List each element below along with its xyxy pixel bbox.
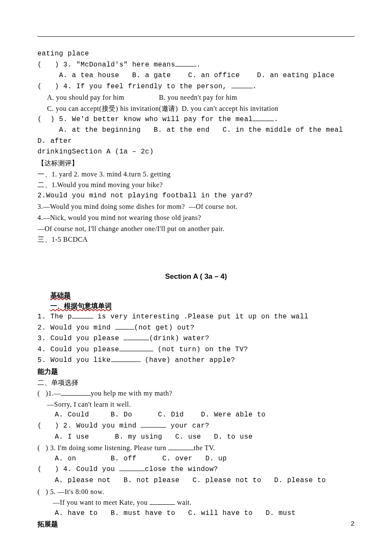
ans-7: 三、1-5 BCDCA xyxy=(37,234,355,245)
q3-text: ( ) 3. "McDonald's" here means xyxy=(37,61,175,69)
section-a-title: Section A ( 3a – 4) xyxy=(37,271,355,282)
fill-title: 一、根据句意填单词 xyxy=(50,301,355,312)
fill-2: 2. Would you mind (not get) out? xyxy=(37,323,355,334)
q5-cont: drinkingSection A (1a – 2c) xyxy=(37,147,355,158)
q4-ab: A. you should pay for him B. you needn't… xyxy=(37,92,355,103)
top-rule xyxy=(37,36,355,37)
mc-q1-opts: A. Could B. Do C. Did D. Were able to xyxy=(37,410,355,421)
f1a: 1. The p xyxy=(37,313,72,321)
mq2-blank[interactable] xyxy=(141,427,166,428)
mq5-blank[interactable] xyxy=(150,504,175,505)
base-title: 基础题 xyxy=(50,290,355,301)
q5: ( ) 5. We'd better know who will pay for… xyxy=(37,114,355,125)
mc-q5-l2: —If you want to meet Kate, you wait. xyxy=(37,497,355,508)
page-number: 2 xyxy=(351,519,355,529)
mq1a: ( )1.— xyxy=(37,390,61,397)
f4-blank[interactable] xyxy=(119,351,153,351)
f2a: 2. Would you mind xyxy=(37,324,115,332)
f3a: 3. Could you please xyxy=(37,335,124,342)
mc-title: 二、单项选择 xyxy=(37,377,355,388)
mc-q4-opts: A. please not B. not please C. please no… xyxy=(37,475,355,486)
answer-title: 【达标测评】 xyxy=(37,158,355,169)
ans-5: 4.—Nick, would you mind not wearing thos… xyxy=(37,212,355,223)
f1b: is very interesting .Please put it up on… xyxy=(93,313,308,321)
q4-text: ( ) 4. If you feel friendly to the perso… xyxy=(37,83,231,90)
q4: ( ) 4. If you feel friendly to the perso… xyxy=(37,81,355,92)
mq4b: close the window? xyxy=(145,465,218,473)
f1-blank[interactable] xyxy=(72,318,93,318)
f2b: (not get) out? xyxy=(134,324,194,332)
mq2b: your car? xyxy=(166,422,209,430)
mq5b: —If you want to meet Kate, you xyxy=(37,499,150,506)
mc-q3: ( ) 3. I'm doing some listening. Please … xyxy=(37,442,355,454)
mq3a: ( ) 3. I'm doing some listening. Please … xyxy=(37,444,168,451)
f5-blank[interactable] xyxy=(111,361,141,362)
mc-q1-l2: —Sorry, I can't learn it well. xyxy=(37,399,355,410)
f3-blank[interactable] xyxy=(124,340,149,340)
q4-cd: C. you can accept(接受) his invitation(邀请)… xyxy=(37,103,355,114)
ans-3: 2.Would you mind not playing football in… xyxy=(37,191,355,202)
f4b: (not turn) on the TV? xyxy=(153,346,248,353)
ans-6: —Of course not, I'll change another one/… xyxy=(37,223,355,234)
ans-4: 3.—Would you mind doing some dishes for … xyxy=(37,201,355,212)
q5-blank[interactable] xyxy=(253,121,274,121)
q5-text: ( ) 5. We'd better know who will pay for… xyxy=(37,116,253,123)
f3b: (drink) water? xyxy=(149,335,209,342)
q4-blank[interactable] xyxy=(231,88,253,88)
mq5c: wait. xyxy=(175,499,192,506)
f4a: 4. Could you please xyxy=(37,346,119,353)
mc-q5: ( ) 5. —It's 8:00 now. xyxy=(37,486,355,497)
mc-q5-opts: A. have to B. must have to C. will have … xyxy=(37,508,355,519)
f5b: (have) another apple? xyxy=(141,356,235,364)
mc-q3-opts: A. on B. off C. over D. up xyxy=(37,454,355,465)
mq4-blank[interactable] xyxy=(119,471,145,471)
base-label: 基础题 xyxy=(50,292,71,299)
mq1b: you help me with my math? xyxy=(91,390,173,397)
fill-label: 一、根据句意填单词 xyxy=(50,302,112,309)
mq4a: ( ) 4. Could you xyxy=(37,465,119,473)
mq3b: the TV. xyxy=(194,444,215,451)
mc-q4: ( ) 4. Could you close the window? xyxy=(37,464,355,475)
fill-3: 3. Could you please (drink) water? xyxy=(37,333,355,344)
ext-title: 拓展题 xyxy=(37,519,355,530)
mc-q2: ( ) 2. Would you mind your car? xyxy=(37,421,355,432)
fill-5: 5. Would you like (have) another apple? xyxy=(37,355,355,366)
q3-options: A. a tea house B. a gate C. an office D.… xyxy=(37,70,355,81)
eating-place: eating place xyxy=(37,49,355,60)
mq3-blank[interactable] xyxy=(168,450,194,450)
ans-1: 一、1. yard 2. move 3. mind 4.turn 5. gett… xyxy=(37,169,355,180)
fill-1: 1. The p is very interesting .Please put… xyxy=(37,312,355,323)
mq2a: ( ) 2. Would you mind xyxy=(37,422,141,430)
ans-2: 二、1.Would you mind moving your bike? xyxy=(37,179,355,191)
q5-options: A. at the beginning B. at the end C. in … xyxy=(37,125,355,147)
mc-q1: ( )1.—you help me with my math? xyxy=(37,388,355,399)
q3-blank[interactable] xyxy=(175,66,196,66)
q3: ( ) 3. "McDonald's" here means. xyxy=(37,60,355,71)
fill-4: 4. Could you please (not turn) on the TV… xyxy=(37,344,355,356)
mc-q2-opts: A. I use B. my using C. use D. to use xyxy=(37,432,355,443)
ability-title: 能力题 xyxy=(37,366,355,377)
f2-blank[interactable] xyxy=(115,329,134,330)
f5a: 5. Would you like xyxy=(37,356,111,364)
mq1-blank[interactable] xyxy=(61,395,91,396)
